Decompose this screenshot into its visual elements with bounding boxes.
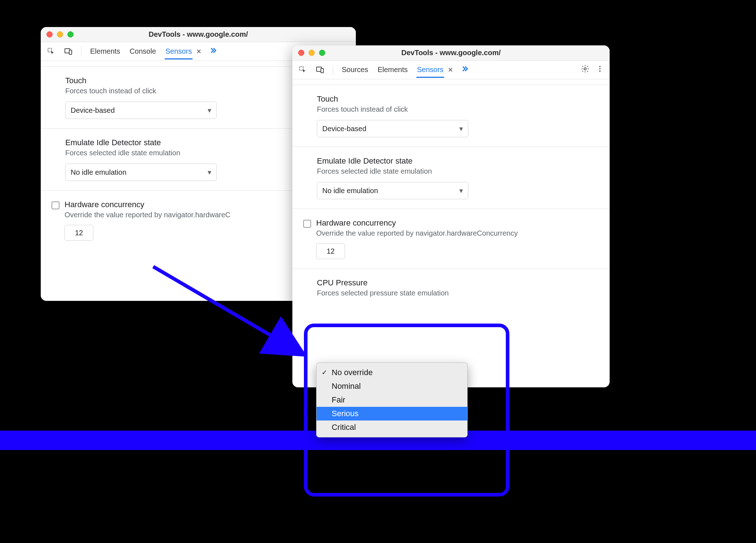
close-dot[interactable] bbox=[47, 31, 53, 37]
svg-point-8 bbox=[599, 68, 601, 70]
svg-rect-2 bbox=[69, 50, 72, 54]
chevron-down-icon: ▾ bbox=[459, 186, 463, 195]
tab-console[interactable]: Console bbox=[129, 44, 156, 58]
window-title: DevTools - www.google.com/ bbox=[292, 49, 610, 57]
hw-sub: Override the value reported by navigator… bbox=[316, 229, 599, 237]
idle-sub: Forces selected idle state emulation bbox=[317, 167, 599, 175]
traffic-lights bbox=[298, 50, 325, 56]
hw-input[interactable]: 12 bbox=[65, 225, 93, 241]
svg-point-7 bbox=[599, 66, 601, 67]
tab-elements[interactable]: Elements bbox=[377, 63, 408, 77]
titlebar: DevTools - www.google.com/ bbox=[292, 45, 610, 61]
touch-select-value: Device-based bbox=[71, 106, 115, 115]
svg-rect-5 bbox=[321, 68, 323, 73]
dd-serious[interactable]: Serious bbox=[317, 407, 467, 420]
tab-elements[interactable]: Elements bbox=[89, 44, 121, 58]
close-dot[interactable] bbox=[298, 50, 304, 56]
idle-section: Emulate Idle Detector state Forces selec… bbox=[292, 147, 610, 209]
touch-section: Touch Forces touch instead of click Devi… bbox=[292, 85, 610, 147]
dd-nominal[interactable]: Nominal bbox=[317, 379, 467, 393]
toolbar-divider bbox=[81, 46, 81, 57]
idle-title: Emulate Idle Detector state bbox=[317, 156, 599, 166]
devtools-window-right: DevTools - www.google.com/ Sources Eleme… bbox=[292, 45, 610, 387]
more-tabs-icon[interactable] bbox=[209, 46, 217, 56]
chevron-down-icon: ▾ bbox=[208, 168, 211, 177]
zoom-dot[interactable] bbox=[319, 50, 325, 56]
cpu-title: CPU Pressure bbox=[317, 278, 599, 288]
device-toggle-icon[interactable] bbox=[64, 47, 73, 56]
devtools-tabstrip: Sources Elements Sensors ✕ bbox=[292, 61, 610, 79]
cpu-pressure-section: CPU Pressure Forces selected pressure st… bbox=[292, 269, 610, 330]
hw-checkbox[interactable] bbox=[52, 201, 59, 209]
settings-icon[interactable] bbox=[581, 64, 589, 75]
tab-sensors[interactable]: Sensors bbox=[165, 44, 193, 59]
dd-no-override[interactable]: ✓ No override bbox=[317, 366, 467, 379]
touch-select[interactable]: Device-based ▾ bbox=[65, 102, 217, 119]
dd-critical[interactable]: Critical bbox=[317, 420, 467, 434]
hw-checkbox[interactable] bbox=[303, 220, 311, 228]
inspect-icon[interactable] bbox=[47, 47, 56, 56]
inspect-icon[interactable] bbox=[298, 65, 308, 75]
idle-select-value: No idle emulation bbox=[71, 168, 127, 177]
close-tab-icon[interactable]: ✕ bbox=[196, 48, 202, 55]
toolbar-divider bbox=[333, 65, 333, 75]
minimize-dot[interactable] bbox=[57, 31, 63, 37]
kebab-icon[interactable] bbox=[596, 65, 604, 75]
touch-select[interactable]: Device-based ▾ bbox=[317, 120, 468, 137]
touch-sub: Forces touch instead of click bbox=[317, 105, 599, 114]
dd-fair[interactable]: Fair bbox=[317, 393, 467, 407]
cpu-sub: Forces selected pressure state emulation bbox=[317, 289, 599, 297]
window-title: DevTools - www.google.com/ bbox=[41, 30, 356, 39]
chevron-down-icon: ▾ bbox=[208, 106, 211, 115]
more-tabs-icon[interactable] bbox=[461, 65, 469, 75]
titlebar: DevTools - www.google.com/ bbox=[41, 27, 356, 42]
idle-select[interactable]: No idle emulation ▾ bbox=[65, 164, 217, 181]
hw-input[interactable]: 12 bbox=[316, 243, 345, 259]
check-icon: ✓ bbox=[322, 368, 327, 377]
touch-title: Touch bbox=[317, 94, 599, 104]
hw-section: Hardware concurrency Override the value … bbox=[292, 209, 610, 269]
zoom-dot[interactable] bbox=[67, 31, 74, 37]
cpu-pressure-dropdown[interactable]: ✓ No override Nominal Fair Serious Criti… bbox=[316, 362, 468, 437]
traffic-lights bbox=[47, 31, 74, 37]
minimize-dot[interactable] bbox=[309, 50, 315, 56]
tab-sensors[interactable]: Sensors bbox=[416, 63, 444, 78]
idle-select[interactable]: No idle emulation ▾ bbox=[317, 182, 468, 199]
close-tab-icon[interactable]: ✕ bbox=[448, 66, 453, 74]
chevron-down-icon: ▾ bbox=[459, 124, 463, 133]
idle-select-value: No idle emulation bbox=[322, 187, 378, 195]
hw-title: Hardware concurrency bbox=[316, 218, 599, 228]
sensors-panel: Touch Forces touch instead of click Devi… bbox=[292, 79, 610, 330]
device-toggle-icon[interactable] bbox=[315, 65, 325, 75]
svg-point-9 bbox=[599, 71, 601, 72]
touch-select-value: Device-based bbox=[322, 125, 366, 133]
tab-sources[interactable]: Sources bbox=[341, 63, 369, 77]
svg-point-6 bbox=[584, 68, 586, 70]
